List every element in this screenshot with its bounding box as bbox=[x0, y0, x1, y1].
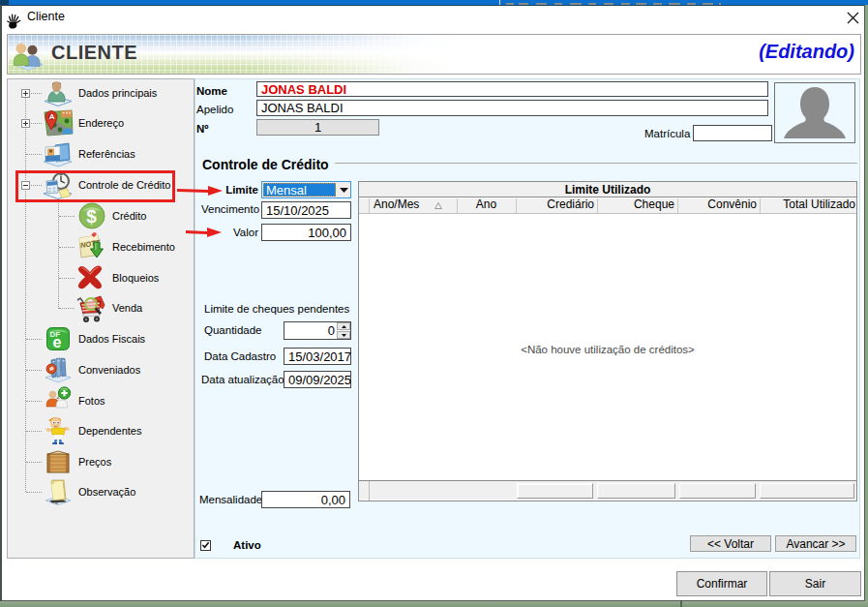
svg-text:A: A bbox=[49, 112, 55, 121]
svg-text:e: e bbox=[53, 334, 62, 350]
svg-text:$: $ bbox=[86, 206, 97, 227]
